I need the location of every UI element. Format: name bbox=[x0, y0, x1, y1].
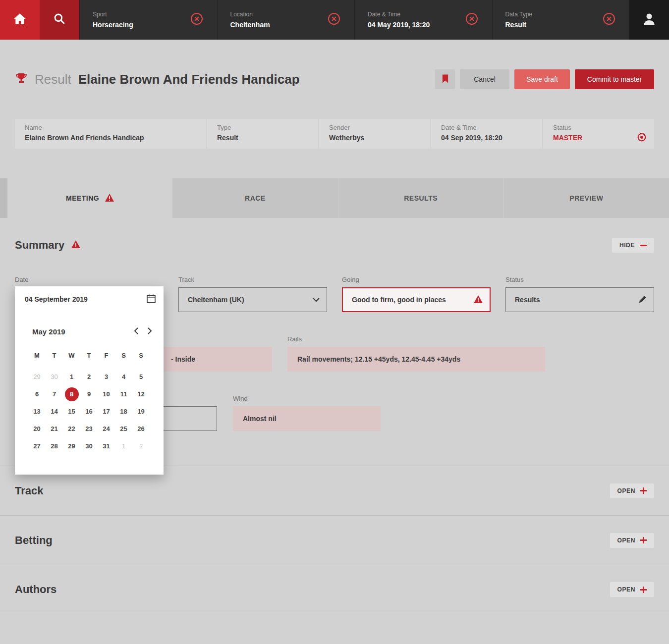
calendar-day[interactable]: 20 bbox=[28, 420, 46, 437]
rails-field[interactable]: Rail movements; 12.15 +45yds, 12.45-4.45… bbox=[287, 347, 545, 372]
filter-value: Result bbox=[505, 21, 532, 29]
filter-sport[interactable]: Sport Horseracing bbox=[79, 0, 217, 40]
calendar-grid: 2930123456789101112131415161718192021222… bbox=[28, 368, 164, 455]
filter-datetime[interactable]: Date & Time 04 May 2019, 18:20 bbox=[354, 0, 492, 40]
tab-race[interactable]: RACE bbox=[172, 178, 337, 218]
going-field[interactable]: Good to firm, good in places bbox=[342, 287, 491, 312]
calendar-day[interactable]: 30 bbox=[46, 368, 63, 385]
section-title-summary: Summary bbox=[15, 239, 64, 252]
home-icon bbox=[13, 13, 26, 27]
calendar-day[interactable]: 21 bbox=[46, 420, 63, 437]
calendar-day[interactable]: 29 bbox=[28, 368, 46, 385]
calendar-day[interactable]: 6 bbox=[28, 385, 46, 403]
user-menu-button[interactable] bbox=[629, 0, 669, 40]
calendar-day[interactable]: 26 bbox=[132, 420, 150, 437]
stalls-value: - Inside bbox=[171, 355, 195, 363]
bookmark-button[interactable] bbox=[435, 69, 455, 89]
wind-value: Almost nil bbox=[243, 415, 277, 423]
calendar-day[interactable]: 2 bbox=[132, 437, 150, 455]
target-icon bbox=[637, 133, 646, 144]
plus-icon bbox=[640, 537, 647, 543]
calendar-day[interactable]: 17 bbox=[98, 403, 115, 420]
calendar-day[interactable]: 24 bbox=[98, 420, 115, 437]
filter-location[interactable]: Location Cheltenham bbox=[217, 0, 355, 40]
wind-field[interactable]: Almost nil bbox=[233, 406, 381, 431]
calendar-day[interactable]: 10 bbox=[98, 385, 115, 403]
calendar-day[interactable]: 11 bbox=[115, 385, 132, 403]
rails-label: Rails bbox=[287, 335, 302, 343]
calendar-day-headers: M T W T F S S bbox=[28, 352, 164, 361]
clear-filter-icon[interactable] bbox=[603, 12, 615, 27]
tab-results[interactable]: RESULTS bbox=[338, 178, 503, 218]
filter-datatype[interactable]: Data Type Result bbox=[492, 0, 630, 40]
calendar-day[interactable]: 28 bbox=[46, 437, 63, 455]
open-betting-button[interactable]: OPEN bbox=[610, 533, 654, 548]
calendar-day[interactable]: 13 bbox=[28, 403, 46, 420]
calendar-day[interactable]: 3 bbox=[98, 368, 115, 385]
open-authors-button[interactable]: OPEN bbox=[610, 582, 654, 597]
filter-label: Data Type bbox=[505, 11, 532, 18]
commit-to-master-button[interactable]: Commit to master bbox=[575, 69, 654, 89]
open-label: OPEN bbox=[617, 537, 635, 544]
calendar-day[interactable]: 1 bbox=[115, 437, 132, 455]
calendar-day[interactable]: 16 bbox=[80, 403, 98, 420]
track-select[interactable]: Cheltenham (UK) bbox=[178, 287, 327, 312]
calendar-day[interactable]: 18 bbox=[115, 403, 132, 420]
calendar-day[interactable]: 8 bbox=[63, 385, 80, 403]
clear-filter-icon[interactable] bbox=[328, 12, 340, 27]
tab-label: RESULTS bbox=[404, 194, 438, 202]
clear-filter-icon[interactable] bbox=[465, 12, 478, 27]
calendar-day[interactable]: 1 bbox=[63, 368, 80, 385]
calendar-day[interactable]: 12 bbox=[132, 385, 150, 403]
plus-icon bbox=[640, 487, 647, 494]
record-name-cell: Name Elaine Brown And Friends Handicap bbox=[15, 119, 206, 149]
clear-filter-icon[interactable] bbox=[190, 12, 203, 27]
bookmark-icon bbox=[442, 74, 449, 85]
calendar-day[interactable]: 29 bbox=[63, 437, 80, 455]
field-label: Type bbox=[217, 124, 308, 131]
wind-label: Wind bbox=[233, 395, 248, 402]
calendar-day[interactable]: 27 bbox=[28, 437, 46, 455]
tab-label: PREVIEW bbox=[569, 194, 603, 202]
status-field[interactable]: Results bbox=[505, 287, 654, 312]
field-value: Result bbox=[217, 134, 308, 142]
calendar-day[interactable]: 7 bbox=[46, 385, 63, 403]
calendar-prev-button[interactable] bbox=[129, 324, 143, 338]
page-head: Result Elaine Brown And Friends Handicap… bbox=[0, 40, 669, 178]
cancel-button[interactable]: Cancel bbox=[460, 69, 509, 89]
day-header: M bbox=[28, 352, 46, 361]
calendar-day[interactable]: 14 bbox=[46, 403, 63, 420]
open-track-button[interactable]: OPEN bbox=[610, 483, 654, 498]
hide-label: HIDE bbox=[619, 242, 635, 249]
record-datetime-cell: Date & Time 04 Sep 2019, 18:20 bbox=[431, 119, 542, 149]
calendar-day[interactable]: 15 bbox=[63, 403, 80, 420]
calendar-day[interactable]: 4 bbox=[115, 368, 132, 385]
search-button[interactable] bbox=[40, 0, 79, 40]
date-input[interactable]: 04 September 2019 bbox=[15, 286, 164, 312]
save-draft-button[interactable]: Save draft bbox=[514, 69, 570, 89]
track-label: Track bbox=[178, 276, 194, 283]
calendar-day[interactable]: 2 bbox=[80, 368, 98, 385]
app: Sport Horseracing Location Cheltenham bbox=[0, 0, 669, 644]
calendar-day[interactable]: 5 bbox=[132, 368, 150, 385]
calendar-next-button[interactable] bbox=[143, 324, 157, 338]
calendar-day[interactable]: 31 bbox=[98, 437, 115, 455]
calendar-day[interactable]: 9 bbox=[80, 385, 98, 403]
calendar-month-label: May 2019 bbox=[32, 327, 129, 336]
field-label: Name bbox=[25, 124, 196, 131]
day-header: T bbox=[80, 352, 98, 361]
minus-icon bbox=[640, 245, 647, 246]
section-title-betting: Betting bbox=[15, 534, 53, 547]
calendar-day[interactable]: 22 bbox=[63, 420, 80, 437]
calendar-day[interactable]: 19 bbox=[132, 403, 150, 420]
home-button[interactable] bbox=[0, 0, 40, 40]
summary-head: Summary HIDE bbox=[15, 238, 654, 253]
date-picker: 04 September 2019 May 2019 bbox=[15, 286, 164, 475]
tab-preview[interactable]: PREVIEW bbox=[503, 178, 669, 218]
tab-meeting[interactable]: MEETING bbox=[7, 178, 172, 218]
calendar-day[interactable]: 23 bbox=[80, 420, 98, 437]
calendar-day[interactable]: 25 bbox=[115, 420, 132, 437]
search-icon bbox=[53, 12, 66, 27]
hide-summary-button[interactable]: HIDE bbox=[612, 238, 654, 253]
calendar-day[interactable]: 30 bbox=[80, 437, 98, 455]
